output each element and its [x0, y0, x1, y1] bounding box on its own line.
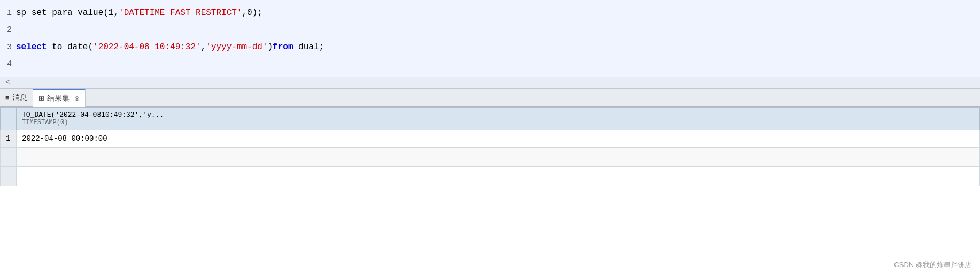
col-header-sub-0: TIMESTAMP(0) [22, 119, 374, 126]
tab-results-label: 结果集 [47, 94, 70, 103]
code-line-2: 2 [0, 21, 980, 39]
cell-empty-1-0 [17, 148, 380, 167]
result-table: TO_DATE('2022-04-0810:49:32','y... TIMES… [0, 107, 980, 186]
code-lines: 1 sp_set_para_value(1,'DATETIME_FAST_RES… [0, 0, 980, 77]
code-editor: 1 sp_set_para_value(1,'DATETIME_FAST_RES… [0, 0, 980, 89]
tabs-row: ≡ 消息 ⊞ 结果集 ⊗ [0, 89, 980, 107]
code-line-1: 1 sp_set_para_value(1,'DATETIME_FAST_RES… [0, 4, 980, 21]
scroll-bar-area[interactable]: < [0, 77, 980, 88]
line-number-4: 4 [0, 56, 16, 73]
table-row-empty-2 [1, 167, 980, 186]
row-number-empty-2 [1, 167, 17, 186]
line-number-3: 3 [0, 39, 16, 56]
column-header-0: TO_DATE('2022-04-0810:49:32','y... TIMES… [17, 108, 380, 130]
cell-empty-1-1 [380, 148, 980, 167]
tab-results-close[interactable]: ⊗ [74, 95, 80, 102]
line-3-content: select to_date('2022-04-08 10:49:32','yy… [16, 39, 324, 56]
main-container: 1 sp_set_para_value(1,'DATETIME_FAST_RES… [0, 0, 980, 274]
row-number-empty-1 [1, 148, 17, 167]
tab-results[interactable]: ⊞ 结果集 ⊗ [33, 89, 86, 107]
col-header-main-0: TO_DATE('2022-04-0810:49:32','y... [22, 111, 374, 119]
results-icon: ⊞ [38, 94, 44, 102]
line-1-content: sp_set_para_value(1,'DATETIME_FAST_RESTR… [16, 4, 263, 21]
code-line-3: 3 select to_date('2022-04-08 10:49:32','… [0, 39, 980, 56]
messages-icon: ≡ [5, 94, 10, 102]
line-number-1: 1 [0, 5, 16, 22]
table-header-row: TO_DATE('2022-04-0810:49:32','y... TIMES… [1, 108, 980, 130]
row-num-header [1, 108, 17, 130]
table-row: 1 2022-04-08 00:00:00 [1, 130, 980, 148]
cell-1-0: 2022-04-08 00:00:00 [17, 130, 380, 148]
table-row-empty-1 [1, 148, 980, 167]
line-number-2: 2 [0, 21, 16, 39]
cell-1-empty [380, 130, 980, 148]
cell-empty-2-0 [17, 167, 380, 186]
result-area: TO_DATE('2022-04-0810:49:32','y... TIMES… [0, 107, 980, 274]
column-header-empty [380, 108, 980, 130]
tab-messages[interactable]: ≡ 消息 [0, 89, 33, 107]
scroll-left-arrow[interactable]: < [5, 78, 10, 87]
tab-messages-label: 消息 [12, 93, 27, 103]
code-line-4: 4 [0, 56, 980, 73]
row-number-1: 1 [1, 130, 17, 148]
watermark: CSDN @我的炸串拌饼店 [894, 260, 971, 270]
cell-empty-2-1 [380, 167, 980, 186]
bottom-panel: ≡ 消息 ⊞ 结果集 ⊗ TO_DATE('2022-04-0810:49:32… [0, 89, 980, 274]
